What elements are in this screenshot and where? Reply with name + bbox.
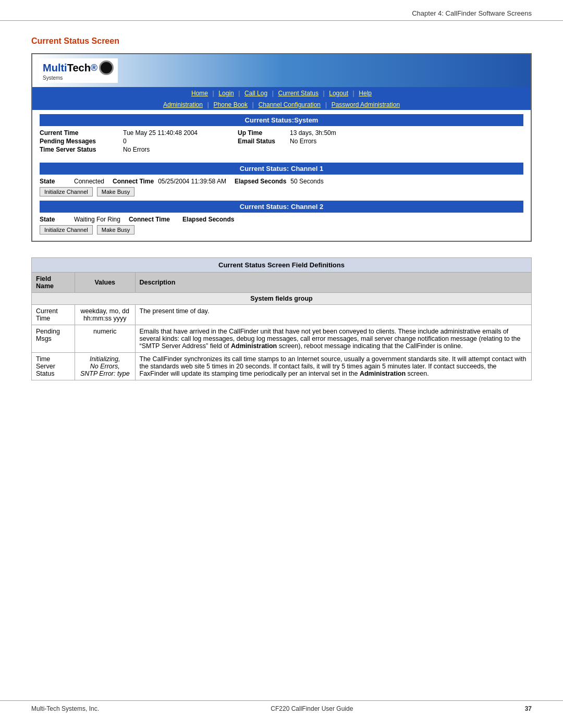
col-values-header: Values: [75, 273, 135, 293]
table-row: Pending Msgs numeric Emails that have ar…: [32, 325, 532, 353]
ch2-state-value: Waiting For Ring: [74, 216, 120, 223]
ch1-busy-button[interactable]: Make Busy: [97, 187, 134, 196]
page-content: Current Status Screen Multi Tech ® Syste…: [0, 21, 563, 401]
brand-multi: Multi: [43, 62, 67, 74]
channel1-status-header: Current Status: Channel 1: [40, 163, 523, 175]
row2-field: Time Server Status: [32, 353, 75, 380]
col-field-header: Field Name: [32, 273, 75, 293]
footer-company: Multi-Tech Systems, Inc.: [31, 705, 99, 712]
channel1-buttons: Initialize Channel Make Busy: [40, 187, 523, 196]
ch1-connect-time-label: Connect Time: [113, 178, 154, 185]
browser-mockup: Multi Tech ® Systems Home | Login | Call…: [31, 53, 532, 242]
section-heading: Current Status Screen: [31, 36, 532, 46]
status-content: Current Status:System Current Time Tue M…: [32, 110, 531, 241]
channel1-state-row: State Connected Connect Time 05/25/2004 …: [40, 178, 523, 185]
row0-field: Current Time: [32, 305, 75, 325]
ch2-connect-time-label: Connect Time: [129, 216, 170, 223]
nav-call-log[interactable]: Call Log: [244, 90, 267, 97]
nav-bar-sub: Administration | Phone Book | Channel Co…: [32, 99, 531, 110]
current-time-label: Current Time: [40, 129, 123, 137]
pending-msgs-value: 0: [123, 138, 238, 145]
nav-current-status[interactable]: Current Status: [278, 90, 319, 97]
chapter-title: Chapter 4: CallFinder Software Screens: [412, 9, 532, 17]
row2-desc: The CallFinder synchronizes its call tim…: [135, 353, 531, 380]
definitions-group-row: System fields group: [32, 293, 532, 305]
row2-values: Initializing,No Errors,SNTP Error: type: [75, 353, 135, 380]
ch2-busy-button[interactable]: Make Busy: [97, 225, 134, 235]
channel2-status-header: Current Status: Channel 2: [40, 201, 523, 213]
brand-reg: ®: [91, 63, 97, 73]
system-status-header: Current Status:System: [40, 114, 523, 126]
definitions-table: Current Status Screen Field Definitions …: [31, 257, 532, 380]
nav-channel-config[interactable]: Channel Configuration: [259, 101, 321, 108]
nav-phone-book[interactable]: Phone Book: [214, 101, 248, 108]
ch2-elapsed-label: Elapsed Seconds: [182, 216, 234, 223]
nav-password-admin[interactable]: Password Administration: [332, 101, 400, 108]
table-row: Time Server Status Initializing,No Error…: [32, 353, 532, 380]
nav-bar-top: Home | Login | Call Log | Current Status…: [32, 87, 531, 99]
channel2-buttons: Initialize Channel Make Busy: [40, 225, 523, 235]
row1-desc: Emails that have arrived in the CallFind…: [135, 325, 531, 353]
nav-help[interactable]: Help: [359, 90, 372, 97]
brand-tech: Tech: [67, 62, 91, 74]
ch1-elapsed-label: Elapsed Seconds: [235, 178, 286, 185]
email-status-value: No Errors: [290, 138, 373, 145]
brand-logo: Multi Tech ® Systems: [39, 58, 118, 83]
ch1-connect-time-info: Connect Time 05/25/2004 11:39:58 AM: [113, 178, 226, 185]
nav-login[interactable]: Login: [218, 90, 234, 97]
nav-home[interactable]: Home: [191, 90, 208, 97]
row0-values: weekday, mo, dd hh:mm:ss yyyy: [75, 305, 135, 325]
ch2-connect-time-info: Connect Time: [129, 216, 174, 223]
table-row: Current Time weekday, mo, dd hh:mm:ss yy…: [32, 305, 532, 325]
definitions-title-row: Current Status Screen Field Definitions: [32, 258, 532, 273]
ch1-state-value: Connected: [74, 178, 104, 185]
uptime-label: Up Time: [238, 129, 290, 137]
ch1-connect-time-value: 05/25/2004 11:39:58 AM: [158, 178, 226, 185]
row1-values: numeric: [75, 325, 135, 353]
group-label: System fields group: [32, 293, 532, 305]
brand-circle: [99, 60, 114, 75]
brand-name-row: Multi Tech ®: [43, 60, 114, 75]
browser-logo-bar: Multi Tech ® Systems: [32, 54, 531, 87]
row1-field: Pending Msgs: [32, 325, 75, 353]
ch1-elapsed-info: Elapsed Seconds 50 Seconds: [235, 178, 324, 185]
nav-logout[interactable]: Logout: [329, 90, 348, 97]
channel2-state-row: State Waiting For Ring Connect Time Elap…: [40, 216, 523, 223]
brand-logo-inner: Multi Tech ® Systems: [43, 60, 114, 81]
row0-desc: The present time of day.: [135, 305, 531, 325]
email-status-label: Email Status: [238, 138, 290, 145]
nav-administration[interactable]: Administration: [163, 101, 203, 108]
brand-systems: Systems: [43, 75, 63, 81]
time-server-label: Time Server Status: [40, 146, 123, 153]
ch2-init-button[interactable]: Initialize Channel: [40, 225, 93, 235]
footer-product: CF220 CallFinder User Guide: [271, 705, 353, 712]
ch2-state-label: State: [40, 216, 66, 223]
definitions-header-row: Field Name Values Description: [32, 273, 532, 293]
current-time-value: Tue May 25 11:40:48 2004: [123, 129, 238, 137]
page-header: Chapter 4: CallFinder Software Screens: [0, 0, 563, 21]
col-desc-header: Description: [135, 273, 531, 293]
time-server-value: No Errors: [123, 146, 238, 153]
system-status-grid: Current Time Tue May 25 11:40:48 2004 Up…: [40, 129, 523, 153]
ch1-state-label: State: [40, 178, 66, 185]
uptime-value: 13 days, 3h:50m: [290, 129, 373, 137]
ch1-elapsed-value: 50 Seconds: [290, 178, 323, 185]
definitions-title: Current Status Screen Field Definitions: [32, 258, 532, 273]
page-footer: Multi-Tech Systems, Inc. CF220 CallFinde…: [0, 700, 563, 712]
pending-msgs-label: Pending Messages: [40, 138, 123, 145]
ch1-init-button[interactable]: Initialize Channel: [40, 187, 93, 196]
footer-page-number: 37: [525, 705, 532, 712]
definitions-section: Current Status Screen Field Definitions …: [31, 257, 532, 380]
ch2-elapsed-info: Elapsed Seconds: [182, 216, 238, 223]
